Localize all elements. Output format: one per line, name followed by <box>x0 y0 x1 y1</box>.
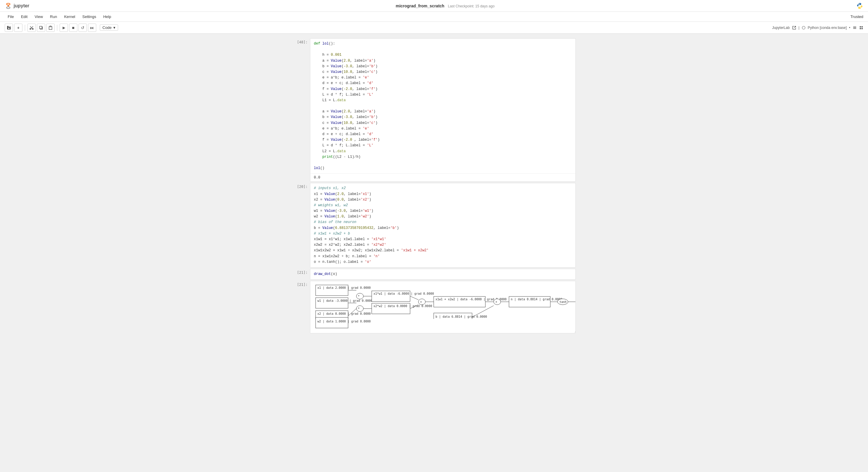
svg-point-0 <box>6 3 10 5</box>
svg-rect-15 <box>860 28 861 29</box>
menu-help[interactable]: Help <box>100 13 114 20</box>
svg-text:n | data 0.8814 | grad 0.0000: n | data 0.8814 | grad 0.0000 <box>511 298 562 301</box>
cell-21-code[interactable]: draw_dot(o) <box>310 269 576 279</box>
svg-text:tanh: tanh <box>559 300 566 304</box>
cell-48-number: [48]: <box>292 38 310 44</box>
cell-48-output: 0.0 <box>310 173 576 181</box>
trusted-badge: Trusted <box>850 14 863 19</box>
resize-handle[interactable]: ⌟ <box>571 329 576 333</box>
kernel-separator: | <box>799 26 800 30</box>
menu-file[interactable]: File <box>5 13 17 20</box>
cell-20: [20]: # inputs x1, x2 x1 = Value(2.0, la… <box>292 183 576 268</box>
svg-text:+: + <box>420 300 422 304</box>
restart-icon: ↺ <box>81 25 85 30</box>
kernel-info: JupyterLab | Python [conda env:base] • <box>772 26 863 30</box>
paste-button[interactable] <box>46 24 55 32</box>
svg-text:x1*w1 | data -6.0000 | grad 0.: x1*w1 | data -6.0000 | grad 0.0000 <box>373 292 434 296</box>
external-link-icon <box>792 26 796 30</box>
copy-button[interactable] <box>37 24 45 32</box>
svg-rect-13 <box>860 26 861 27</box>
top-bar: jupyter micrograd_from_scratch Last Chec… <box>0 0 868 12</box>
circle-icon <box>802 26 805 30</box>
fastforward-icon: ⏭ <box>90 25 94 30</box>
svg-line-28 <box>410 296 418 300</box>
svg-point-1 <box>6 7 10 8</box>
cell-21-number: [21]: <box>292 269 310 275</box>
save-button[interactable] <box>5 24 13 32</box>
stop-icon: ■ <box>72 25 74 30</box>
svg-text:x1 | data 2.0000 | grad 0.0000: x1 | data 2.0000 | grad 0.0000 <box>317 286 371 290</box>
svg-point-2 <box>8 5 9 6</box>
menu-view[interactable]: View <box>32 13 46 20</box>
app-name: jupyter <box>13 3 29 8</box>
cut-icon <box>30 26 34 30</box>
svg-rect-16 <box>862 28 863 29</box>
python-logo-icon <box>856 2 863 9</box>
cell-20-content[interactable]: # inputs x1, x2 x1 = Value(2.0, label='x… <box>310 183 576 268</box>
cell-20-code[interactable]: # inputs x1, x2 x1 = Value(2.0, label='x… <box>310 183 576 267</box>
svg-text:b | data 6.8814 | grad 0.0000: b | data 6.8814 | grad 0.0000 <box>435 315 487 318</box>
svg-rect-14 <box>862 26 863 27</box>
restart-button[interactable]: ↺ <box>79 24 87 32</box>
cell-48-content[interactable]: def lol(): h = 0.001 a = Value(2.0, labe… <box>310 38 576 182</box>
run-icon: ▶ <box>63 26 65 30</box>
svg-text:w2 | data 1.0000 | grad 0.0000: w2 | data 1.0000 | grad 0.0000 <box>317 320 371 323</box>
checkpoint-text: Last Checkpoint: 15 days ago <box>448 4 495 8</box>
svg-text:+: + <box>495 300 497 304</box>
cell-48: [48]: def lol(): h = 0.001 a = Value(2.0… <box>292 38 576 182</box>
cell-type-select[interactable]: Code ▾ <box>100 25 118 31</box>
list-icon <box>852 26 857 30</box>
cell-type-label: Code <box>102 25 112 30</box>
jupyter-icon <box>5 2 12 9</box>
svg-text:x2 | data 0.0000 | grad 0.0000: x2 | data 0.0000 | grad 0.0000 <box>317 312 371 316</box>
cell-21-code-cell: [21]: draw_dot(o) <box>292 269 576 280</box>
grid-icon <box>859 26 863 30</box>
graph-output: x1 | data 2.0000 | grad 0.0000 w1 | data… <box>310 281 576 333</box>
fastforward-button[interactable]: ⏭ <box>88 24 96 32</box>
jupyter-logo: jupyter <box>5 2 29 9</box>
menu-edit[interactable]: Edit <box>18 13 30 20</box>
cell-20-number: [20]: <box>292 183 310 189</box>
w2-node: w2 | data 1.0000 | grad 0.0000 <box>313 316 372 331</box>
menu-bar: File Edit View Run Kernel Settings Help … <box>0 12 868 22</box>
svg-rect-8 <box>50 26 51 27</box>
svg-point-23 <box>356 293 364 299</box>
toolbar-separator-2 <box>57 25 57 31</box>
kernel-name: Python [conda env:base] <box>808 26 847 30</box>
svg-point-32 <box>356 306 364 311</box>
svg-rect-11 <box>853 27 856 28</box>
svg-rect-12 <box>853 28 856 29</box>
paste-icon <box>49 26 53 30</box>
copy-icon <box>39 26 43 30</box>
menu-kernel[interactable]: Kernel <box>61 13 78 20</box>
menu-settings[interactable]: Settings <box>80 13 99 20</box>
cell-48-code[interactable]: def lol(): h = 0.001 a = Value(2.0, labe… <box>310 39 576 173</box>
svg-rect-6 <box>39 26 42 29</box>
svg-point-9 <box>802 26 805 29</box>
svg-text:*: * <box>358 307 360 310</box>
svg-text:w1 | data -3.0000 | grad 0.000: w1 | data -3.0000 | grad 0.0000 <box>317 299 373 303</box>
computation-graph: x1 | data 2.0000 | grad 0.0000 w1 | data… <box>313 283 576 319</box>
svg-text:x2*w2 | data 0.0000 | grad 0.0: x2*w2 | data 0.0000 | grad 0.0000 <box>373 304 432 308</box>
cut-button[interactable] <box>27 24 36 32</box>
jupyterlab-label: JupyterLab <box>772 26 789 30</box>
cell-21-output-number: [21]: <box>292 281 310 287</box>
notebook-name: micrograd_from_scratch <box>396 4 444 8</box>
kernel-dot: • <box>849 26 850 30</box>
toolbar: + ▶ ■ ↺ ⏭ Code ▾ JupyterLab <box>0 22 868 34</box>
run-button[interactable]: ▶ <box>60 24 68 32</box>
svg-rect-10 <box>853 27 856 27</box>
stop-button[interactable]: ■ <box>69 24 78 32</box>
cell-21-output-cell: [21]: x1 | data 2.0000 | grad 0.0000 w1 … <box>292 281 576 333</box>
plus-icon: + <box>17 25 20 30</box>
notebook-area: [48]: def lol(): h = 0.001 a = Value(2.0… <box>0 34 868 472</box>
svg-text:*: * <box>358 295 360 298</box>
cell-21-content[interactable]: draw_dot(o) <box>310 269 576 280</box>
menu-run[interactable]: Run <box>47 13 60 20</box>
cell-21-output-content: x1 | data 2.0000 | grad 0.0000 w1 | data… <box>310 281 576 333</box>
chevron-down-icon: ▾ <box>113 25 116 30</box>
save-icon <box>6 25 11 30</box>
notebook-title: micrograd_from_scratch Last Checkpoint: … <box>34 4 856 8</box>
add-cell-button[interactable]: + <box>14 24 23 32</box>
